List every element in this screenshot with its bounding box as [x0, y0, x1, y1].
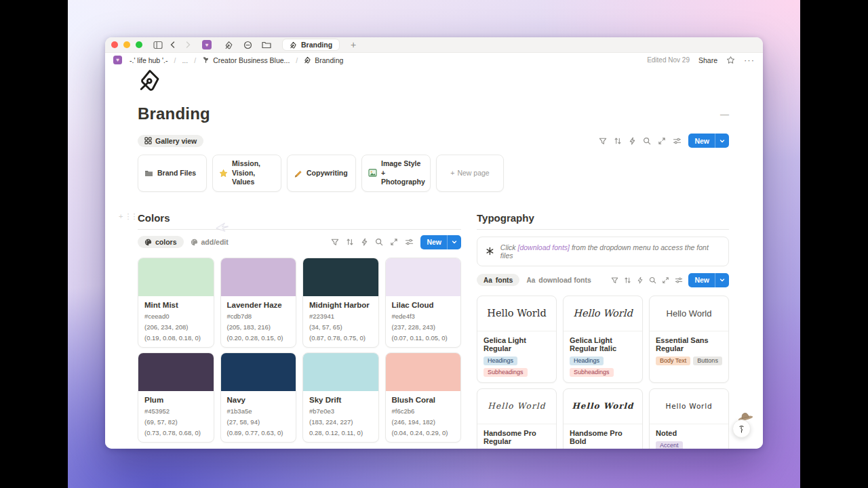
tab-download-fonts[interactable]: Aa download fonts [526, 276, 591, 284]
automation-zap-icon[interactable] [361, 238, 368, 246]
breadcrumb-parent[interactable]: Creator Business Blue... [213, 56, 290, 64]
breadcrumb-ellipsis[interactable]: ... [182, 56, 188, 64]
font-card-essential-sans[interactable]: Hello World Essential Sans Regular Body … [649, 296, 729, 383]
back-icon[interactable] [167, 39, 179, 50]
block-handles[interactable]: + ⋮⋮ [119, 212, 136, 221]
mouse-cursor [214, 220, 231, 237]
chevron-down-icon[interactable] [715, 273, 729, 287]
new-button[interactable]: New [688, 134, 729, 148]
palette-icon [191, 239, 198, 246]
sort-icon[interactable] [346, 238, 354, 246]
color-swatch [386, 353, 461, 391]
tab-fonts[interactable]: Aa fonts [477, 274, 519, 286]
window-tab-bar: ♥ Branding + [105, 37, 763, 53]
color-name: Sky Drift [309, 396, 372, 404]
search-icon[interactable] [643, 137, 651, 145]
view-settings-icon[interactable] [675, 277, 683, 284]
font-name: Essential Sans Regular [656, 336, 722, 352]
search-icon[interactable] [375, 238, 383, 246]
tab-colors[interactable]: colors [138, 236, 184, 248]
font-card-handsome-pro-regular[interactable]: Hello World Handsome Pro Regular Accent … [477, 388, 557, 449]
breadcrumb-separator: / [194, 56, 196, 64]
pen-tool-icon[interactable] [222, 39, 235, 50]
close-window-button[interactable] [111, 41, 118, 48]
minimize-window-button[interactable] [123, 41, 130, 48]
breadcrumb-current[interactable]: Branding [315, 56, 343, 64]
folder-icon[interactable] [260, 39, 273, 50]
download-fonts-link[interactable]: [download fonts] [518, 243, 570, 251]
creator-page-icon [202, 56, 210, 64]
font-callout[interactable]: Click [download fonts] from the dropdown… [477, 237, 729, 266]
filter-icon[interactable] [599, 137, 607, 145]
add-block-icon[interactable]: + [119, 212, 123, 221]
sort-icon[interactable] [614, 137, 622, 145]
font-card-noted[interactable]: Hello World Noted Accent [649, 388, 729, 449]
automation-zap-icon[interactable] [629, 137, 636, 145]
font-card-handsome-pro-bold[interactable]: Hello World Handsome Pro Bold Accent Sub… [563, 388, 643, 449]
color-hex: #1b3a5e [227, 407, 290, 415]
updates-icon[interactable] [241, 39, 254, 50]
tab-add-edit[interactable]: add/edit [191, 238, 229, 246]
zoom-window-button[interactable] [136, 41, 142, 48]
chevron-down-icon[interactable] [715, 134, 729, 148]
breadcrumb-workspace[interactable]: -.' life hub '.- [130, 56, 168, 64]
font-card-gelica-light-italic[interactable]: Hello World Gelica Light Regular Italic … [563, 296, 643, 383]
filter-icon[interactable] [611, 277, 618, 284]
filter-icon[interactable] [331, 238, 339, 246]
tab-add-edit-label: add/edit [201, 238, 229, 246]
color-card-midnight-harbor[interactable]: Midnight Harbor #223941 (34, 57, 65) (0.… [302, 258, 379, 348]
new-font-button[interactable]: New [688, 273, 729, 287]
drag-handle-icon[interactable]: ⋮⋮ [124, 212, 136, 221]
new-tab-button[interactable]: + [351, 40, 356, 49]
color-hex: #cdb7d8 [227, 312, 290, 320]
view-settings-icon[interactable] [405, 238, 414, 246]
forward-icon[interactable] [182, 39, 194, 50]
more-options-icon[interactable]: ··· [744, 55, 755, 65]
workspace-icon[interactable]: ♥ [202, 40, 212, 49]
card-brand-files[interactable]: Brand Files [138, 155, 207, 192]
color-card-plum[interactable]: Plum #453952 (69, 57, 82) (0.73, 0.78, 0… [138, 352, 214, 443]
typography-section: Typography Click [download fonts] from t… [477, 212, 729, 449]
color-swatch [386, 258, 461, 296]
card-copywriting[interactable]: Copywriting [287, 155, 356, 192]
tab-gallery-view[interactable]: Gallery view [138, 135, 203, 147]
new-page-card[interactable]: + New page [436, 155, 504, 192]
favorite-star-icon[interactable] [726, 56, 735, 64]
color-rgb: (27, 58, 94) [227, 418, 290, 426]
color-name: Navy [227, 396, 290, 404]
search-icon[interactable] [649, 277, 656, 284]
color-hex: #453952 [144, 407, 208, 415]
tab-branding[interactable]: Branding [282, 39, 340, 51]
tag: Subheadings [570, 368, 614, 377]
color-card-sky-drift[interactable]: Sky Drift #b7e0e3 (183, 224, 227) 0.28, … [302, 352, 379, 443]
color-card-mint-mist[interactable]: Mint Mist #ceead0 (206, 234, 208) (0.19,… [138, 258, 214, 348]
card-mission-vision-values[interactable]: Mission, Vision, Values [212, 155, 281, 192]
card-image-style-photography[interactable]: Image Style + Photography [361, 155, 431, 192]
page-pen-nib-icon[interactable] [138, 68, 162, 92]
aa-icon: Aa [526, 277, 535, 284]
font-card-gelica-light[interactable]: Hello World Gelica Light Regular Heading… [477, 296, 557, 383]
new-color-button[interactable]: New [420, 235, 461, 249]
share-button[interactable]: Share [698, 56, 717, 64]
sort-icon[interactable] [624, 277, 631, 284]
color-card-blush-coral[interactable]: Blush Coral #f6c2b6 (246, 194, 182) (0.0… [385, 352, 462, 443]
sidebar-toggle-icon[interactable] [152, 39, 164, 50]
chevron-down-icon[interactable] [447, 235, 461, 249]
expand-icon[interactable] [662, 277, 669, 284]
color-cmyk: (0.19, 0.08, 0.18, 0) [144, 334, 208, 342]
color-card-lavender-haze[interactable]: Lavender Haze #cdb7d8 (205, 183, 216) (0… [220, 258, 297, 348]
expand-icon[interactable] [390, 238, 398, 246]
automation-zap-icon[interactable] [637, 277, 644, 284]
notion-ai-button[interactable] [732, 420, 751, 438]
color-card-lilac-cloud[interactable]: Lilac Cloud #ede4f3 (237, 228, 243) (0.0… [385, 258, 462, 348]
font-preview: Hello World [650, 296, 728, 331]
expand-icon[interactable] [658, 137, 666, 145]
color-card-navy[interactable]: Navy #1b3a5e (27, 58, 94) (0.89, 0.77, 0… [220, 352, 297, 443]
collapse-icon[interactable]: — [720, 109, 729, 119]
color-name: Lilac Cloud [392, 301, 455, 309]
view-settings-icon[interactable] [673, 137, 682, 145]
workspace-heart-icon[interactable]: ♥ [113, 56, 122, 64]
color-cmyk: (0.87, 0.78, 0.75, 0) [309, 334, 372, 342]
edited-timestamp: Edited Nov 29 [647, 56, 690, 64]
font-name: Handsome Pro Bold [570, 429, 636, 445]
